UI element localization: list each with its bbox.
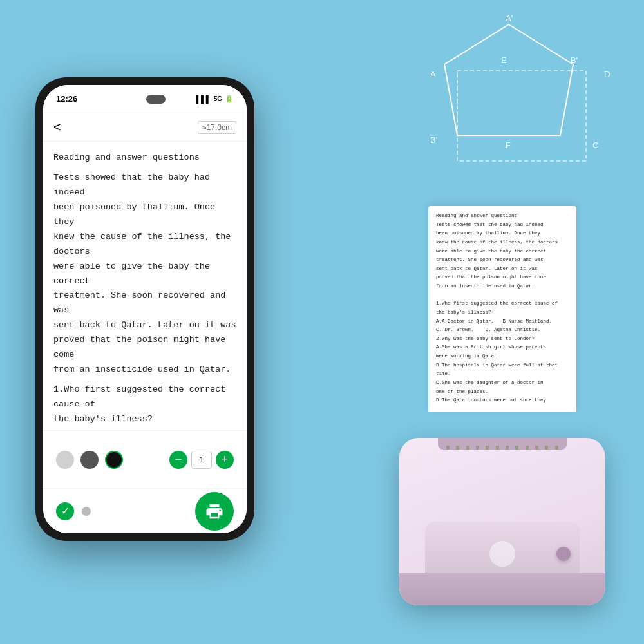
tooth-5 xyxy=(486,446,489,450)
tooth-1 xyxy=(446,446,450,450)
phone-color-bar: − 1 + xyxy=(43,430,247,488)
tooth-6 xyxy=(496,446,499,450)
check-icon[interactable]: ✓ xyxy=(56,502,74,520)
printer-body xyxy=(399,438,605,605)
printer-teeth xyxy=(438,446,567,450)
paper-q2d: time. xyxy=(436,370,569,378)
tooth-9 xyxy=(526,446,529,450)
tooth-3 xyxy=(466,446,469,450)
line-2: Tests showed that the baby had indeedbee… xyxy=(53,171,236,377)
paper-q2b: were working in Qatar. xyxy=(436,353,569,361)
paper-content: Reading and answer questions Tests showe… xyxy=(436,213,569,404)
svg-text:D: D xyxy=(604,70,610,79)
paper-q2: 2.Why was the baby sent to London? xyxy=(436,336,569,343)
paper-q2g: D.The Qatar doctors were not sure they xyxy=(436,397,569,404)
tooth-11 xyxy=(545,446,548,450)
paper-q1b: the baby's illness? xyxy=(436,309,569,317)
paper-line-8: from an insecticide used in Qatar. xyxy=(436,283,569,290)
color-dark-dot[interactable] xyxy=(80,451,99,469)
svg-text:A: A xyxy=(430,70,436,79)
decrement-button[interactable]: − xyxy=(169,451,187,469)
tooth-7 xyxy=(506,446,509,450)
line-q1: 1.Who first suggested the correct cause … xyxy=(53,383,236,430)
paper-strip: Reading and answer questions Tests showe… xyxy=(428,206,576,412)
paper-q2a: A.She was a British girl whose parents xyxy=(436,344,569,352)
phone-time: 12:26 xyxy=(56,94,77,104)
paper-q1: 1.Who first suggested the correct cause … xyxy=(436,300,569,308)
dot-indicator xyxy=(82,507,91,516)
phone-body: 12:26 ▌▌▌ 5G 🔋 < ≈17.0cm Reading and ans… xyxy=(35,77,254,541)
paper-q1c: A.A Doctor in Qatar. B Nurse Maitland. xyxy=(436,318,569,326)
printer-side-button[interactable] xyxy=(556,547,571,561)
back-button[interactable]: < xyxy=(53,120,61,135)
printer-logo xyxy=(489,541,515,567)
svg-rect-0 xyxy=(457,71,586,161)
printer-bottom xyxy=(399,573,605,605)
paper-line-5: treatment. She soon recovered and was xyxy=(436,256,569,264)
paper-q1d: C. Dr. Brown. D. Agatha Christie. xyxy=(436,327,569,334)
printer-outer-shell xyxy=(399,438,605,605)
tooth-4 xyxy=(476,446,479,450)
svg-marker-1 xyxy=(444,24,573,135)
paper-line-7: proved that the poison might have come xyxy=(436,274,569,281)
tooth-12 xyxy=(555,446,558,450)
paper-line-6: sent back to Qatar. Later on it was xyxy=(436,265,569,273)
paper-q2c: B.The hospitals in Qatar were full at th… xyxy=(436,362,569,370)
phone-screen: 12:26 ▌▌▌ 5G 🔋 < ≈17.0cm Reading and ans… xyxy=(43,85,247,533)
signal-icon: ▌▌▌ xyxy=(196,95,211,103)
phone-status-bar: 12:26 ▌▌▌ 5G 🔋 xyxy=(43,85,247,113)
svg-text:E: E xyxy=(501,55,507,65)
printer-paper-slot xyxy=(438,438,567,450)
printer: Reading and answer questions Tests showe… xyxy=(399,322,605,605)
phone-reading-text: Reading and answer questions Tests showe… xyxy=(53,151,236,430)
increment-button[interactable]: + xyxy=(216,451,234,469)
paper-line-2: been poisoned by thallium. Once they xyxy=(436,230,569,238)
count-value: 1 xyxy=(191,451,212,469)
geometry-diagram: A' E B' D A B' F C xyxy=(406,13,625,193)
line-1: Reading and answer questions xyxy=(53,151,236,166)
battery-icon: 🔋 xyxy=(225,95,234,103)
svg-text:F: F xyxy=(506,140,511,150)
ruler-label: ≈17.0cm xyxy=(198,121,236,134)
color-light-dot[interactable] xyxy=(56,451,74,469)
status-icons: ▌▌▌ 5G 🔋 xyxy=(196,95,234,103)
paper-line-title: Reading and answer questions xyxy=(436,213,569,220)
phone-nav-bar: < ≈17.0cm xyxy=(43,113,247,142)
paper-line-1: Tests showed that the baby had indeed xyxy=(436,222,569,229)
svg-text:B': B' xyxy=(571,55,578,65)
phone-content: Reading and answer questions Tests showe… xyxy=(43,142,247,430)
paper-q2e: C.She was the daughter of a doctor in xyxy=(436,379,569,387)
print-button[interactable] xyxy=(195,492,234,531)
paper-line-3: knew the cause of the illness, the docto… xyxy=(436,239,569,247)
tooth-8 xyxy=(515,446,518,450)
color-black-dot[interactable] xyxy=(105,451,123,469)
wifi-icon: 5G xyxy=(214,95,222,102)
phone-action-bar: ✓ xyxy=(43,488,247,533)
svg-text:C: C xyxy=(592,140,598,150)
count-control: − 1 + xyxy=(169,451,234,469)
svg-text:A': A' xyxy=(506,14,513,23)
tooth-10 xyxy=(535,446,538,450)
paper-spacer xyxy=(436,292,569,299)
phone: 12:26 ▌▌▌ 5G 🔋 < ≈17.0cm Reading and ans… xyxy=(35,77,254,541)
tooth-2 xyxy=(456,446,459,450)
paper-line-4: were able to give the baby the correct xyxy=(436,248,569,256)
paper-q2f: one of the places. xyxy=(436,388,569,396)
svg-text:B': B' xyxy=(430,135,437,145)
